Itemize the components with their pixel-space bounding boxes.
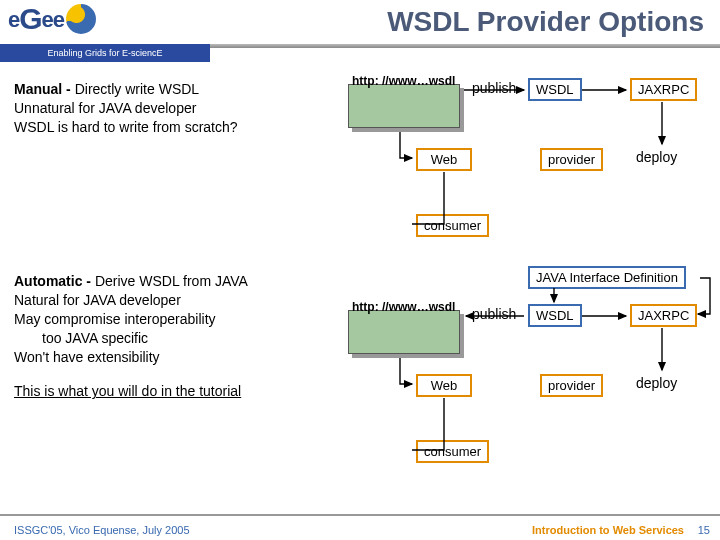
- auto-line2: Natural for JAVA developer: [14, 291, 334, 310]
- doc-box-2: [348, 310, 460, 354]
- jaxrpc-box-2: JAXRPC: [630, 304, 697, 327]
- tutorial-note: This is what you will do in the tutorial: [14, 382, 334, 401]
- manual-heading: Manual -: [14, 81, 75, 97]
- slide-footer: ISSGC'05, Vico Equense, July 2005 Introd…: [0, 514, 720, 540]
- logo-text: eGee: [8, 2, 64, 36]
- logo-swirl-icon: [66, 4, 96, 34]
- auto-line1: Derive WSDL from JAVA: [95, 273, 248, 289]
- consumer-box-1: consumer: [416, 214, 489, 237]
- header-divider: [210, 44, 720, 48]
- footer-right: Introduction to Web Services: [532, 524, 684, 536]
- page-title: WSDL Provider Options: [387, 6, 704, 38]
- auto-heading: Automatic -: [14, 273, 95, 289]
- logo: eGee: [8, 2, 96, 36]
- provider-box-2: provider: [540, 374, 603, 397]
- auto-line4: Won't have extensibility: [14, 348, 334, 367]
- wsdl-box-1: WSDL: [528, 78, 582, 101]
- manual-line3: WSDL is hard to write from scratch?: [14, 118, 324, 137]
- consumer-box-2: consumer: [416, 440, 489, 463]
- deploy-label-2: deploy: [636, 375, 677, 391]
- slide-header: eGee Enabling Grids for E-sciencE WSDL P…: [0, 0, 720, 74]
- footer-left: ISSGC'05, Vico Equense, July 2005: [14, 524, 190, 536]
- publish-label-1: publish: [472, 80, 516, 96]
- publish-label-2: publish: [472, 306, 516, 322]
- logo-tagline: Enabling Grids for E-sciencE: [0, 44, 210, 62]
- web-box-2: Web: [416, 374, 472, 397]
- manual-line1: Directly write WSDL: [75, 81, 199, 97]
- web-box-1: Web: [416, 148, 472, 171]
- slide-content: Manual - Directly write WSDL Unnatural f…: [0, 74, 720, 512]
- wsdl-box-2: WSDL: [528, 304, 582, 327]
- automatic-section-text: Automatic - Derive WSDL from JAVA Natura…: [14, 272, 334, 401]
- auto-line3: May compromise interoperability: [14, 310, 334, 329]
- manual-section-text: Manual - Directly write WSDL Unnatural f…: [14, 80, 324, 137]
- java-iface-box: JAVA Interface Definition: [528, 266, 686, 289]
- jaxrpc-box-1: JAXRPC: [630, 78, 697, 101]
- footer-page: 15: [698, 524, 710, 536]
- doc-box-1: [348, 84, 460, 128]
- auto-line3a: too JAVA specific: [42, 329, 334, 348]
- manual-line2: Unnatural for JAVA developer: [14, 99, 324, 118]
- doc-label-2: http: //www…wsdl: [352, 300, 455, 314]
- deploy-label-1: deploy: [636, 149, 677, 165]
- provider-box-1: provider: [540, 148, 603, 171]
- doc-label-1: http: //www…wsdl: [352, 74, 455, 88]
